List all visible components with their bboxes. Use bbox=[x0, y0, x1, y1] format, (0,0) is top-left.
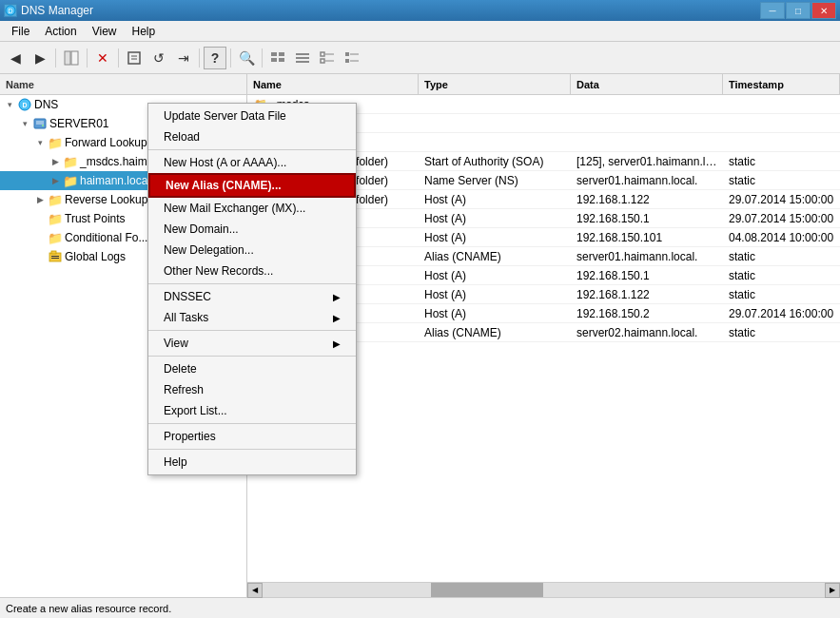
svg-rect-14 bbox=[321, 52, 324, 56]
ctx-new-domain[interactable]: New Domain... bbox=[148, 219, 356, 240]
export-button[interactable]: ⇥ bbox=[172, 47, 195, 69]
folder-icon-haimann: 📁 bbox=[63, 173, 78, 188]
properties-button[interactable] bbox=[123, 47, 146, 69]
tree-toggle-dns[interactable]: ▾ bbox=[2, 97, 17, 112]
ctx-new-host[interactable]: New Host (A or AAAA)... bbox=[148, 152, 356, 173]
menu-bar: File Action View Help bbox=[0, 21, 840, 42]
horizontal-scrollbar[interactable]: ◀ ▶ bbox=[247, 582, 840, 597]
scroll-thumb[interactable] bbox=[431, 583, 543, 597]
tree-label-trust: Trust Points bbox=[65, 212, 126, 225]
ctx-sep-2 bbox=[148, 283, 356, 284]
col-header-name[interactable]: Name bbox=[247, 74, 419, 95]
tree-toggle-msdcs[interactable]: ▶ bbox=[48, 154, 63, 169]
ctx-new-alias[interactable]: New Alias (CNAME)... bbox=[148, 173, 356, 198]
ctx-sep-1 bbox=[148, 149, 356, 150]
show-console-tree-button[interactable] bbox=[60, 47, 83, 69]
menu-view[interactable]: View bbox=[85, 22, 125, 41]
folder-icon-msdcs: 📁 bbox=[63, 154, 78, 169]
ctx-all-tasks-arrow: ▶ bbox=[333, 313, 341, 323]
toolbar-sep-1 bbox=[55, 48, 56, 68]
ctx-sep-3 bbox=[148, 330, 356, 331]
ctx-refresh[interactable]: Refresh bbox=[148, 379, 356, 400]
close-button[interactable]: ✕ bbox=[811, 2, 836, 19]
forward-button[interactable]: ▶ bbox=[29, 47, 51, 69]
folder-icon-trust: 📁 bbox=[48, 211, 63, 226]
folder-icon-reverse: 📁 bbox=[48, 192, 63, 207]
col-header-type[interactable]: Type bbox=[419, 74, 571, 95]
status-bar: Create a new alias resource record. bbox=[0, 597, 840, 618]
menu-action[interactable]: Action bbox=[37, 22, 84, 41]
main-layout: Name ▾ D DNS ▾ SERVER01 ▾ 📁 bbox=[0, 74, 840, 597]
tree-label-server01: SERVER01 bbox=[49, 117, 108, 130]
search-button[interactable]: 🔍 bbox=[235, 47, 258, 69]
ctx-dnssec-arrow: ▶ bbox=[333, 292, 341, 302]
tree-toggle-server01[interactable]: ▾ bbox=[17, 116, 32, 131]
svg-rect-10 bbox=[279, 58, 284, 62]
svg-rect-16 bbox=[321, 59, 324, 63]
toolbar-sep-2 bbox=[87, 48, 88, 68]
title-bar: D DNS Manager ─ □ ✕ bbox=[0, 0, 840, 21]
refresh-button[interactable]: ↺ bbox=[147, 47, 170, 69]
tree-toggle-haimann[interactable]: ▶ bbox=[48, 173, 63, 188]
ctx-delete[interactable]: Delete bbox=[148, 358, 356, 379]
svg-text:D: D bbox=[8, 8, 12, 14]
delete-button[interactable]: ✕ bbox=[91, 47, 114, 69]
svg-rect-11 bbox=[296, 53, 309, 55]
maximize-button[interactable]: □ bbox=[786, 2, 811, 19]
col-header-timestamp[interactable]: Timestamp bbox=[723, 74, 840, 95]
server-icon bbox=[32, 116, 48, 131]
ctx-export-list[interactable]: Export List... bbox=[148, 400, 356, 421]
ctx-dnssec[interactable]: DNSSEC ▶ bbox=[148, 286, 356, 307]
ctx-new-delegation[interactable]: New Delegation... bbox=[148, 240, 356, 261]
folder-icon-conditional: 📁 bbox=[48, 230, 63, 245]
svg-rect-12 bbox=[296, 57, 309, 59]
svg-rect-2 bbox=[65, 51, 70, 65]
tree-label-globallogs: Global Logs bbox=[65, 250, 126, 263]
scroll-right-button[interactable]: ▶ bbox=[825, 583, 840, 598]
ctx-view[interactable]: View ▶ bbox=[148, 333, 356, 354]
toolbar-sep-4 bbox=[199, 48, 200, 68]
ctx-other-records[interactable]: Other New Records... bbox=[148, 261, 356, 281]
ctx-update-server-data[interactable]: Update Server Data File bbox=[148, 106, 356, 126]
svg-rect-3 bbox=[71, 51, 78, 65]
folder-icon-globallogs bbox=[48, 249, 63, 264]
back-button[interactable]: ◀ bbox=[4, 47, 27, 69]
ctx-help[interactable]: Help bbox=[148, 452, 356, 473]
list-header: Name Type Data Timestamp bbox=[247, 74, 840, 95]
ctx-view-arrow: ▶ bbox=[333, 338, 341, 349]
app-icon: D bbox=[4, 4, 17, 17]
menu-file[interactable]: File bbox=[4, 22, 37, 41]
ctx-sep-4 bbox=[148, 356, 356, 357]
window-title: DNS Manager bbox=[21, 4, 93, 17]
ctx-sep-6 bbox=[148, 449, 356, 450]
svg-text:D: D bbox=[22, 102, 27, 108]
tree-label-conditional: Conditional Fo... bbox=[65, 231, 147, 244]
dns-icon: D bbox=[17, 97, 32, 112]
filter2-button[interactable] bbox=[341, 47, 363, 69]
tree-header: Name bbox=[0, 74, 246, 95]
menu-help[interactable]: Help bbox=[125, 22, 164, 41]
folder-icon-forward: 📁 bbox=[48, 135, 63, 150]
col-header-data[interactable]: Data bbox=[571, 74, 723, 95]
svg-rect-4 bbox=[128, 52, 140, 64]
minimize-button[interactable]: ─ bbox=[760, 2, 785, 19]
detail-view-button[interactable] bbox=[291, 47, 314, 69]
svg-rect-20 bbox=[345, 59, 349, 63]
scroll-track[interactable] bbox=[263, 583, 825, 597]
svg-rect-13 bbox=[296, 61, 309, 63]
scroll-left-button[interactable]: ◀ bbox=[247, 583, 263, 598]
tree-toggle-conditional: ▶ bbox=[32, 230, 48, 245]
ctx-properties[interactable]: Properties bbox=[148, 426, 356, 447]
tree-toggle-trust: ▶ bbox=[32, 211, 48, 226]
filter1-button[interactable] bbox=[316, 47, 339, 69]
tree-toggle-reverse[interactable]: ▶ bbox=[32, 192, 48, 207]
ctx-sep-5 bbox=[148, 423, 356, 424]
ctx-all-tasks[interactable]: All Tasks ▶ bbox=[148, 307, 356, 328]
list-view-button[interactable] bbox=[266, 47, 289, 69]
tree-toggle-forward[interactable]: ▾ bbox=[32, 135, 48, 150]
ctx-new-mail[interactable]: New Mail Exchanger (MX)... bbox=[148, 198, 356, 219]
ctx-reload[interactable]: Reload bbox=[148, 126, 356, 147]
tree-label-haimann: haimann.local bbox=[80, 174, 150, 187]
toolbar-sep-5 bbox=[230, 48, 231, 68]
help-button[interactable]: ? bbox=[204, 47, 226, 69]
